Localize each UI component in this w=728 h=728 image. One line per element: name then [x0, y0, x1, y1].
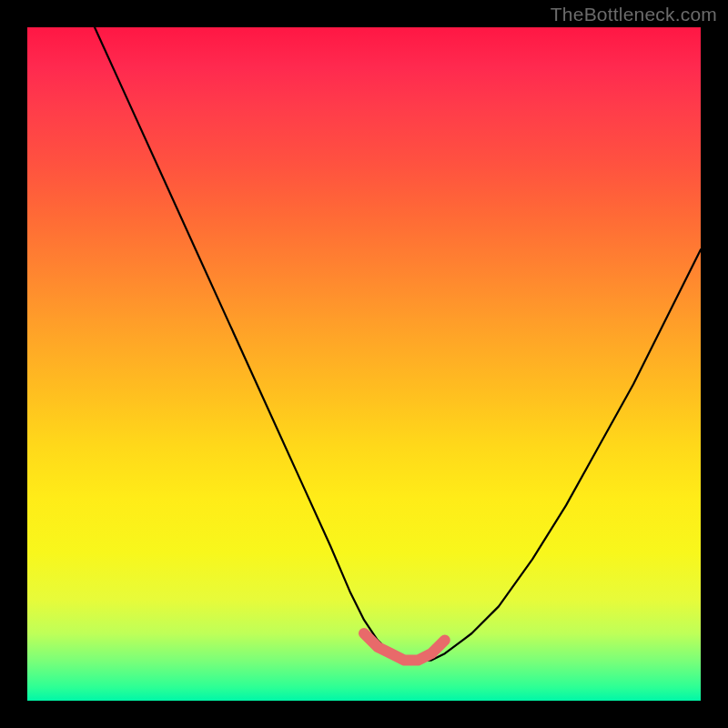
chart-plot-area	[27, 27, 701, 701]
chart-frame: TheBottleneck.com	[0, 0, 728, 728]
chart-svg	[27, 27, 701, 701]
watermark-text: TheBottleneck.com	[551, 4, 717, 25]
bottleneck-curve	[95, 27, 701, 661]
